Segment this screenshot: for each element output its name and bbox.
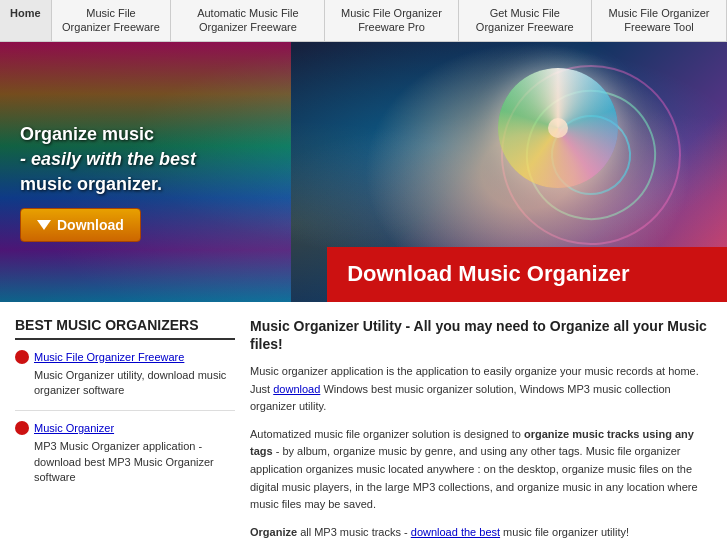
hero-headline: Organize music - easily with the best mu… [20, 122, 196, 198]
navigation: Home Music File Organizer Freeware Autom… [0, 0, 727, 42]
sidebar-bullet-icon-1 [15, 421, 29, 435]
hero-text: Organize music - easily with the best mu… [20, 122, 196, 242]
content-para-1: Music organizer application is the appli… [250, 363, 712, 416]
nav-auto-organizer[interactable]: Automatic Music File Organizer Freeware [171, 0, 325, 41]
sidebar-bullet-icon-0 [15, 350, 29, 364]
content-area: Music Organizer Utility - All you may ne… [250, 317, 712, 545]
sidebar-desc-1: MP3 Music Organizer application - downlo… [15, 439, 235, 485]
para2-prefix: Automatized music file organizer solutio… [250, 428, 524, 440]
sidebar-item-1: Music Organizer MP3 Music Organizer appl… [15, 421, 235, 485]
sidebar-link-row-1: Music Organizer [15, 421, 235, 435]
sidebar-link-1[interactable]: Music Organizer [34, 422, 114, 434]
nav-organizer-pro[interactable]: Music File Organizer Freeware Pro [325, 0, 458, 41]
content-title: Music Organizer Utility - All you may ne… [250, 317, 712, 353]
main-content: BEST MUSIC ORGANIZERS Music File Organiz… [0, 302, 727, 545]
para1-link[interactable]: download [273, 383, 320, 395]
sidebar-divider-0 [15, 410, 235, 411]
content-para-2: Automatized music file organizer solutio… [250, 426, 712, 514]
download-arrow-icon [37, 220, 51, 230]
red-banner-text: Download Music Organizer [347, 261, 629, 287]
sidebar-desc-0: Music Organizer utility, download music … [15, 368, 235, 399]
red-banner: Download Music Organizer [327, 247, 727, 302]
nav-music-file-organizer-freeware[interactable]: Music File Organizer Freeware [52, 0, 172, 41]
sidebar: BEST MUSIC ORGANIZERS Music File Organiz… [15, 317, 235, 545]
sidebar-link-0[interactable]: Music File Organizer Freeware [34, 351, 184, 363]
content-para-3: Organize all MP3 music tracks - download… [250, 524, 712, 542]
sidebar-title: BEST MUSIC ORGANIZERS [15, 317, 235, 340]
para3-link[interactable]: download the best [411, 526, 500, 538]
sidebar-link-row-0: Music File Organizer Freeware [15, 350, 235, 364]
para3-end: music file organizer utility! [500, 526, 629, 538]
para3-prefix: Organize [250, 526, 297, 538]
hero-banner: Organize music - easily with the best mu… [0, 42, 727, 302]
download-label: Download [57, 217, 124, 233]
para3-suffix: all MP3 music tracks - [297, 526, 411, 538]
download-button[interactable]: Download [20, 208, 141, 242]
para2-suffix: - by album, organize music by genre, and… [250, 445, 698, 510]
nav-home[interactable]: Home [0, 0, 52, 41]
nav-organizer-tool[interactable]: Music File Organizer Freeware Tool [592, 0, 727, 41]
sidebar-item-0: Music File Organizer Freeware Music Orga… [15, 350, 235, 399]
nav-get-organizer[interactable]: Get Music File Organizer Freeware [459, 0, 593, 41]
